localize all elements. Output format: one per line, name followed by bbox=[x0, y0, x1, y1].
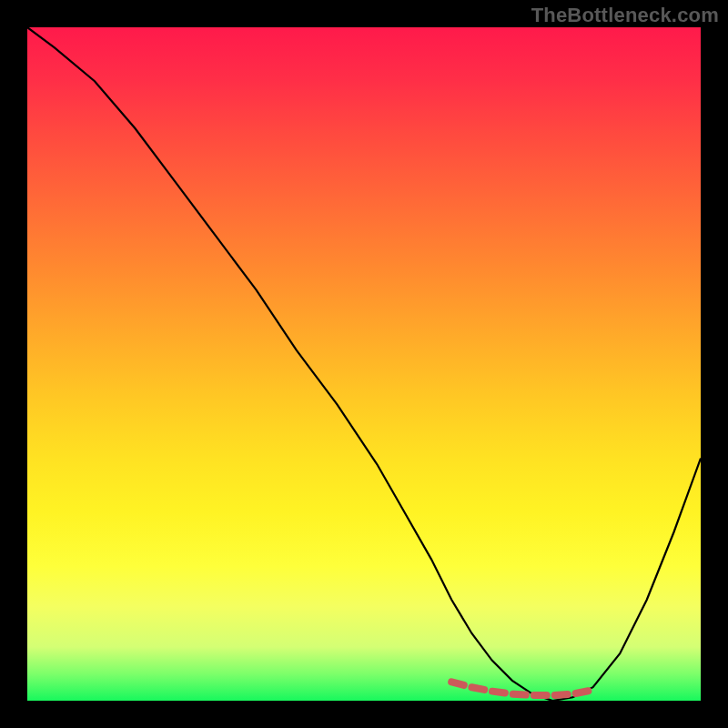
bottleneck-curve bbox=[27, 27, 701, 701]
curve-overlay bbox=[27, 27, 701, 701]
watermark-text: TheBottleneck.com bbox=[531, 4, 719, 27]
optimal-band-marker bbox=[451, 682, 592, 695]
chart-frame: TheBottleneck.com bbox=[0, 0, 728, 728]
plot-area bbox=[27, 27, 701, 701]
